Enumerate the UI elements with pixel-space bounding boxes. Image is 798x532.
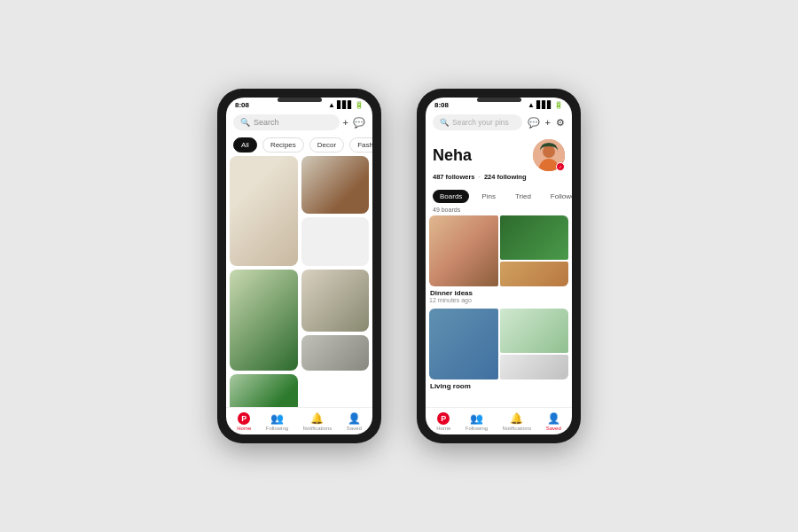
nav-saved-label-1: Saved: [347, 426, 362, 431]
tab-tried[interactable]: Tried: [508, 190, 538, 203]
pin-building-img: [301, 270, 370, 332]
nav-saved-label-2: Saved: [546, 426, 561, 431]
board-img-2-1: [500, 215, 569, 260]
chat-icon-2[interactable]: 💬: [528, 117, 540, 129]
profile-search-bar: 🔍 Search your pins 💬 + ⚙: [426, 111, 572, 134]
board-time-dinner: 12 minutes ago: [429, 297, 568, 303]
pin-palm-img: [230, 374, 298, 407]
nav-saved-1[interactable]: 👤 Saved: [347, 412, 362, 431]
board-img-main-1: [429, 215, 498, 286]
nav-notifications-label-1: Notifications: [303, 426, 332, 431]
search-icon-2: 🔍: [440, 118, 450, 127]
nav-home-label-2: Home: [436, 426, 450, 431]
chat-icon-1[interactable]: 💬: [353, 117, 365, 129]
wifi-icon-2: ▲: [528, 101, 535, 109]
phone-2-screen: 8:08 ▲ ▋▋▋ 🔋 🔍 Search your pins 💬 + ⚙ Ne…: [426, 98, 572, 434]
pin-palm[interactable]: [230, 374, 298, 407]
search-icon-1: 🔍: [240, 118, 250, 127]
nav-saved-icon-2: 👤: [547, 412, 560, 425]
pin-texture[interactable]: [301, 335, 370, 371]
nav-home-1[interactable]: P Home: [237, 412, 251, 431]
nav-saved-icon-1: 👤: [348, 412, 361, 425]
board-label-dinner: Dinner ideas: [429, 289, 568, 297]
pin-white[interactable]: [301, 217, 370, 266]
status-bar-2: 8:08 ▲ ▋▋▋ 🔋: [426, 98, 572, 111]
search-actions-1: + 💬: [343, 117, 365, 129]
profile-search-input[interactable]: 🔍 Search your pins: [433, 114, 522, 130]
bottom-nav-2: P Home 👥 Following 🔔 Notifications 👤 Sav…: [426, 407, 572, 434]
nav-notifications-1[interactable]: 🔔 Notifications: [303, 412, 332, 431]
board-label-living: Living room: [429, 382, 568, 390]
time-1: 8:08: [235, 101, 249, 109]
verified-badge: [556, 162, 565, 171]
pin-plant-img: [230, 270, 298, 371]
status-icons-2: ▲ ▋▋▋ 🔋: [528, 101, 563, 109]
status-bar-1: 8:08 ▲ ▋▋▋ 🔋: [226, 98, 372, 111]
pin-grid-1: [226, 156, 372, 407]
tab-all[interactable]: All: [233, 137, 257, 153]
board-living-room[interactable]: Living room: [429, 309, 568, 390]
pin-building[interactable]: [301, 270, 370, 332]
wifi-icon: ▲: [328, 101, 335, 109]
nav-home-label-1: Home: [237, 426, 251, 431]
nav-following-2[interactable]: 👥 Following: [466, 412, 488, 431]
add-icon-1[interactable]: +: [343, 117, 348, 128]
nav-bell-icon-2: 🔔: [510, 412, 523, 425]
signal-icon-2: ▋▋▋: [536, 101, 552, 109]
pin-texture-img: [301, 335, 370, 371]
signal-icon: ▋▋▋: [337, 101, 353, 109]
nav-saved-2[interactable]: 👤 Saved: [546, 412, 561, 431]
pin-food-img: [230, 156, 298, 266]
followers-count: 487 followers: [433, 173, 475, 181]
nav-notifications-2[interactable]: 🔔 Notifications: [503, 412, 532, 431]
search-bar-1: 🔍 Search + 💬: [226, 111, 372, 134]
pin-dog[interactable]: [301, 156, 370, 214]
svg-point-1: [543, 145, 555, 158]
phone-1-screen: 8:08 ▲ ▋▋▋ 🔋 🔍 Search + 💬 All Recipes De…: [226, 98, 372, 434]
nav-following-label-1: Following: [266, 426, 288, 431]
pin-dog-img: [301, 156, 370, 214]
status-icons-1: ▲ ▋▋▋ 🔋: [328, 101, 364, 109]
nav-home-2[interactable]: P Home: [436, 412, 450, 431]
pin-food[interactable]: [230, 156, 298, 266]
nav-following-icon-1: 👥: [270, 412, 284, 425]
tab-fashion[interactable]: Fashion inspi: [349, 137, 372, 153]
search-input-1[interactable]: 🔍 Search: [233, 114, 340, 130]
avatar-container[interactable]: [533, 139, 565, 171]
tab-pins[interactable]: Pins: [474, 190, 503, 203]
board-img-2-2: [500, 309, 569, 353]
pinterest-logo-1: P: [238, 412, 250, 425]
following-count: 224 following: [484, 173, 527, 181]
settings-icon[interactable]: ⚙: [556, 117, 565, 129]
search-placeholder-2: Search your pins: [452, 118, 509, 127]
nav-following-label-2: Following: [466, 426, 488, 431]
pin-white-img: [301, 217, 370, 266]
filter-tabs-1: All Recipes Decor Fashion inspi: [226, 134, 372, 156]
time-2: 8:08: [434, 101, 449, 109]
tab-boards[interactable]: Boards: [433, 190, 469, 203]
profile-name-row: Neha: [433, 139, 565, 171]
board-img-3-2: [500, 355, 569, 379]
board-living-images: [429, 309, 568, 379]
tab-recipes[interactable]: Recipes: [262, 137, 304, 153]
phone-2: 8:08 ▲ ▋▋▋ 🔋 🔍 Search your pins 💬 + ⚙ Ne…: [417, 89, 581, 443]
tab-followers[interactable]: Followers: [544, 190, 572, 203]
profile-header: Neha 487 followers: [426, 134, 572, 186]
profile-stats: 487 followers · 224 following: [433, 173, 565, 181]
tab-decor[interactable]: Decor: [309, 137, 344, 153]
phone-1: 8:08 ▲ ▋▋▋ 🔋 🔍 Search + 💬 All Recipes De…: [217, 89, 381, 443]
board-img-main-2: [429, 309, 498, 379]
nav-following-1[interactable]: 👥 Following: [266, 412, 288, 431]
boards-grid: Dinner ideas 12 minutes ago Living room: [426, 215, 572, 407]
pin-plant[interactable]: [230, 270, 298, 371]
nav-bell-icon-1: 🔔: [310, 412, 324, 425]
pinterest-logo-2: P: [437, 412, 450, 425]
board-img-3-1: [500, 262, 569, 286]
board-dinner-ideas[interactable]: Dinner ideas 12 minutes ago: [429, 215, 568, 303]
battery-icon-2: 🔋: [554, 101, 563, 109]
boards-count: 49 boards: [426, 207, 572, 215]
nav-following-icon-2: 👥: [470, 412, 483, 425]
profile-tabs: Boards Pins Tried Followers: [426, 186, 572, 207]
profile-name: Neha: [433, 146, 472, 165]
add-icon-2[interactable]: +: [545, 117, 551, 128]
